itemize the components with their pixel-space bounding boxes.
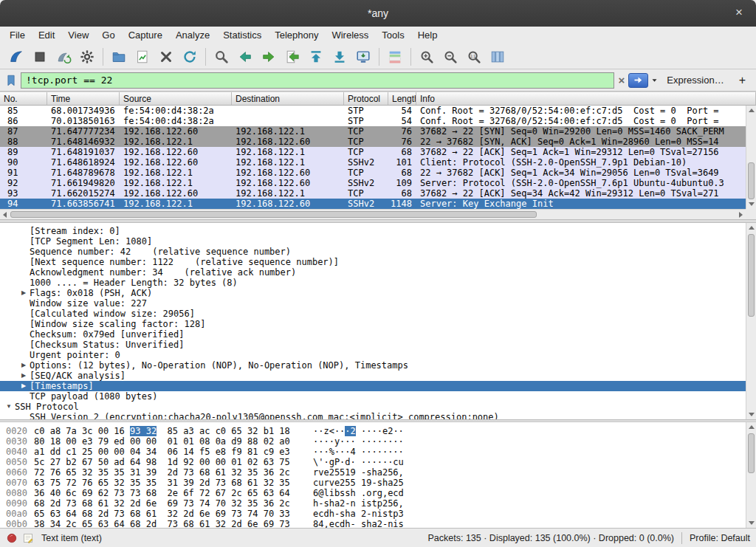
- scroll-down-arrow[interactable]: [746, 518, 756, 528]
- reload-file-button[interactable]: [178, 47, 202, 67]
- packet-row[interactable]: 8771.647777234192.168.122.60192.168.122.…: [0, 126, 746, 137]
- detail-line[interactable]: [TCP Segment Len: 1080]: [0, 236, 746, 247]
- detail-line[interactable]: [Calculated window size: 29056]: [0, 309, 746, 319]
- hex-ascii[interactable]: ecdh-sha 2-nistp3: [313, 509, 404, 519]
- hex-bytes[interactable]: 36 40 6c 69 62 73 73 68 2e 6f 72 67 2c 6…: [34, 488, 300, 498]
- scroll-thumb[interactable]: [748, 234, 755, 317]
- expander-icon[interactable]: ▶: [18, 288, 30, 298]
- detail-line[interactable]: Checksum: 0x79ed [unverified]: [0, 329, 746, 340]
- go-forward-button[interactable]: [257, 47, 281, 67]
- packet-row[interactable]: 8871.648146932192.168.122.1192.168.122.6…: [0, 137, 746, 147]
- filter-input[interactable]: [21, 72, 614, 89]
- column-header-time[interactable]: Time: [47, 92, 120, 105]
- packet-row[interactable]: 9071.648618924192.168.122.60192.168.122.…: [0, 157, 746, 168]
- go-top-button[interactable]: [304, 47, 328, 67]
- menu-item-view[interactable]: View: [61, 27, 95, 44]
- menu-item-go[interactable]: Go: [95, 27, 121, 44]
- hex-ascii[interactable]: \'·gP·d· ······cu: [313, 457, 404, 467]
- resize-columns-button[interactable]: [486, 47, 509, 67]
- titlebar[interactable]: *any ×: [0, 0, 756, 27]
- hex-row[interactable]: 003080 18 00 e3 79 ed 00 00 01 01 08 0a …: [0, 436, 746, 447]
- hex-bytes[interactable]: a1 dd c1 25 00 00 04 34 06 14 f5 e8 f9 8…: [34, 447, 300, 457]
- detail-line[interactable]: ▶[Timestamps]: [0, 381, 746, 391]
- scroll-up-arrow[interactable]: [746, 422, 756, 432]
- open-file-button[interactable]: [107, 47, 131, 67]
- hex-row[interactable]: 00b038 34 2c 65 63 64 68 2d 73 68 61 32 …: [0, 519, 746, 528]
- status-profile[interactable]: Profile: Default: [690, 533, 750, 543]
- menu-item-edit[interactable]: Edit: [32, 27, 61, 44]
- column-header-info[interactable]: Info: [416, 92, 756, 105]
- go-back-button[interactable]: [233, 47, 257, 67]
- close-button[interactable]: ×: [731, 5, 747, 20]
- hex-row[interactable]: 00a065 63 64 68 2d 73 68 61 32 2d 6e 69 …: [0, 509, 746, 519]
- menu-item-tools[interactable]: Tools: [375, 27, 410, 44]
- column-header-destination[interactable]: Destination: [232, 92, 344, 105]
- packet-list-hscrollbar[interactable]: [0, 209, 746, 219]
- detail-line[interactable]: Window size value: 227: [0, 298, 746, 309]
- scroll-thumb[interactable]: [10, 211, 537, 218]
- hex-ascii[interactable]: rve25519 -sha256,: [313, 467, 404, 478]
- capture-options-button[interactable]: [75, 47, 99, 67]
- detail-line[interactable]: [Window size scaling factor: 128]: [0, 319, 746, 329]
- packet-row[interactable]: 8971.648191037192.168.122.60192.168.122.…: [0, 147, 746, 157]
- hex-row[interactable]: 009068 2d 73 68 61 32 2d 6e 69 73 74 70 …: [0, 498, 746, 509]
- scroll-thumb[interactable]: [748, 433, 755, 473]
- hex-row[interactable]: 008036 40 6c 69 62 73 73 68 2e 6f 72 67 …: [0, 488, 746, 498]
- hex-bytes[interactable]: 72 76 65 32 35 35 31 39 2d 73 68 61 32 3…: [34, 467, 300, 478]
- scroll-up-arrow[interactable]: [746, 223, 756, 233]
- auto-scroll-button[interactable]: [351, 47, 375, 67]
- stop-capture-button[interactable]: [28, 47, 52, 67]
- hex-row[interactable]: 00505c 27 b2 67 50 ad 64 98 1d 92 00 00 …: [0, 457, 746, 467]
- packet-row[interactable]: 9471.663856741192.168.122.1192.168.122.6…: [0, 199, 746, 209]
- filter-clear-button[interactable]: ×: [619, 74, 625, 86]
- hex-bytes[interactable]: 80 18 00 e3 79 ed 00 00 01 01 08 0a d9 8…: [34, 436, 300, 447]
- capture-comment-icon[interactable]: [22, 532, 34, 544]
- detail-line[interactable]: [Stream index: 0]: [0, 226, 746, 236]
- expert-info-icon[interactable]: [6, 532, 18, 544]
- start-capture-button[interactable]: [4, 47, 28, 67]
- detail-vscrollbar[interactable]: [746, 223, 756, 419]
- detail-line[interactable]: [Checksum Status: Unverified]: [0, 340, 746, 350]
- zoom-in-button[interactable]: [415, 47, 439, 67]
- hex-row[interactable]: 0020c0 a8 7a 3c 00 16 93 32 85 a3 ac c0 …: [0, 426, 746, 436]
- hex-bytes[interactable]: 38 34 2c 65 63 64 68 2d 73 68 61 32 2d 6…: [34, 519, 300, 528]
- column-header-protocol[interactable]: Protocol: [344, 92, 388, 105]
- packet-row[interactable]: 8670.013850163fe:54:00:d4:38:2aSTP54Conf…: [0, 116, 746, 126]
- expander-icon[interactable]: ▶: [18, 371, 30, 381]
- column-header-length[interactable]: Length: [388, 92, 416, 105]
- scroll-right-arrow[interactable]: [736, 210, 746, 219]
- detail-line[interactable]: ▼SSH Protocol: [0, 402, 746, 412]
- go-bottom-button[interactable]: [328, 47, 351, 67]
- hex-ascii[interactable]: h-sha2-n istp256,: [313, 498, 404, 509]
- go-to-packet-button[interactable]: [281, 47, 304, 67]
- detail-line[interactable]: TCP payload (1080 bytes): [0, 391, 746, 402]
- menu-item-analyze[interactable]: Analyze: [169, 27, 216, 44]
- filter-apply-button[interactable]: [628, 73, 648, 88]
- packet-list-vscrollbar[interactable]: [746, 106, 756, 209]
- packet-row[interactable]: 8568.001734936fe:54:00:d4:38:2aSTP54Conf…: [0, 106, 746, 116]
- zoom-out-button[interactable]: [439, 47, 462, 67]
- detail-line[interactable]: [Next sequence number: 1122 (relative se…: [0, 257, 746, 267]
- hex-ascii[interactable]: 84,ecdh- sha2-nis: [313, 519, 404, 528]
- expander-icon[interactable]: ▶: [18, 381, 30, 391]
- menu-item-file[interactable]: File: [3, 27, 32, 44]
- menu-item-telephony[interactable]: Telephony: [268, 27, 325, 44]
- hex-ascii[interactable]: ···%···4 ········: [313, 447, 404, 457]
- hex-row[interactable]: 007063 75 72 76 65 32 35 35 31 39 2d 73 …: [0, 478, 746, 488]
- hex-bytes[interactable]: 68 2d 73 68 61 32 2d 6e 69 73 74 70 32 3…: [34, 498, 300, 509]
- hex-bytes[interactable]: 5c 27 b2 67 50 ad 64 98 1d 92 00 00 01 0…: [34, 457, 300, 467]
- packet-row[interactable]: 9371.662015274192.168.122.60192.168.122.…: [0, 188, 746, 199]
- hex-bytes[interactable]: c0 a8 7a 3c 00 16 93 32 85 a3 ac c0 65 3…: [34, 426, 300, 436]
- column-header-no[interactable]: No.: [0, 92, 47, 105]
- scroll-thumb[interactable]: [748, 162, 755, 199]
- zoom-original-button[interactable]: 1:1: [462, 47, 486, 67]
- menu-item-statistics[interactable]: Statistics: [216, 27, 268, 44]
- save-file-button[interactable]: [131, 47, 154, 67]
- hex-ascii[interactable]: ····y··· ········: [313, 436, 404, 447]
- close-file-button[interactable]: [154, 47, 178, 67]
- menu-item-wireless[interactable]: Wireless: [325, 27, 375, 44]
- filter-dropdown-caret[interactable]: [650, 75, 659, 85]
- detail-line[interactable]: Acknowledgment number: 34 (relative ack …: [0, 267, 746, 278]
- menu-item-help[interactable]: Help: [411, 27, 444, 44]
- detail-line[interactable]: ▶[SEQ/ACK analysis]: [0, 371, 746, 381]
